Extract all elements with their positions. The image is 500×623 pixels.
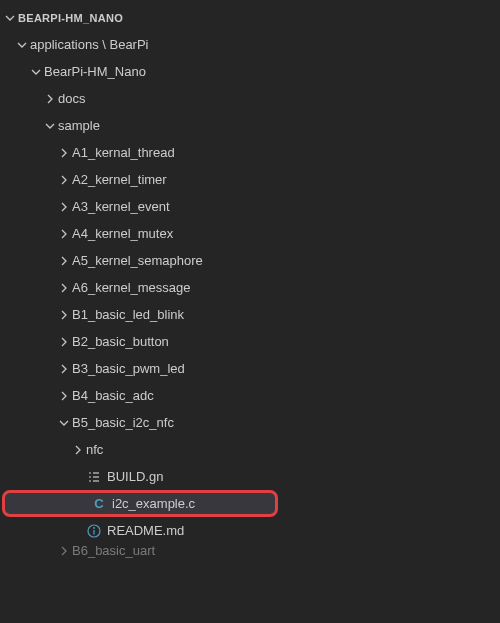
c-file-icon: C	[91, 496, 107, 512]
file-readme-md[interactable]: README.md	[0, 517, 500, 544]
folder-label: nfc	[86, 439, 103, 461]
folder-label: B2_basic_button	[72, 331, 169, 353]
twisty-spacer	[70, 523, 86, 539]
chevron-right-icon	[56, 334, 72, 350]
file-explorer: BEARPI-HM_NANO applications \ BearPi Bea…	[0, 0, 500, 558]
chevron-right-icon	[56, 172, 72, 188]
chevron-right-icon	[56, 226, 72, 242]
folder-b1-basic-led-blink[interactable]: B1_basic_led_blink	[0, 301, 500, 328]
chevron-down-icon	[42, 118, 58, 134]
folder-a4-kernel-mutex[interactable]: A4_kernel_mutex	[0, 220, 500, 247]
folder-a2-kernel-timer[interactable]: A2_kernel_timer	[0, 166, 500, 193]
svg-point-7	[93, 527, 95, 529]
chevron-down-icon	[28, 64, 44, 80]
folder-label: A6_kernel_message	[72, 277, 191, 299]
folder-nfc[interactable]: nfc	[0, 436, 500, 463]
chevron-right-icon	[56, 199, 72, 215]
chevron-right-icon	[56, 544, 72, 558]
folder-docs[interactable]: docs	[0, 85, 500, 112]
info-icon	[86, 523, 102, 539]
folder-label: A5_kernel_semaphore	[72, 250, 203, 272]
folder-bearpi-hm-nano[interactable]: BearPi-HM_Nano	[0, 58, 500, 85]
folder-b6-basic-uart[interactable]: B6_basic_uart	[0, 544, 500, 558]
folder-label: B5_basic_i2c_nfc	[72, 412, 174, 434]
chevron-right-icon	[56, 145, 72, 161]
folder-a1-kernal-thread[interactable]: A1_kernal_thread	[0, 139, 500, 166]
file-label: BUILD.gn	[107, 466, 163, 488]
folder-label: A4_kernel_mutex	[72, 223, 173, 245]
folder-a5-kernel-semaphore[interactable]: A5_kernel_semaphore	[0, 247, 500, 274]
folder-b4-basic-adc[interactable]: B4_basic_adc	[0, 382, 500, 409]
file-i2c-example-c[interactable]: C i2c_example.c	[2, 490, 278, 517]
file-label: README.md	[107, 520, 184, 542]
folder-label: B4_basic_adc	[72, 385, 154, 407]
folder-label: B3_basic_pwm_led	[72, 358, 185, 380]
list-icon	[86, 469, 102, 485]
chevron-right-icon	[56, 307, 72, 323]
chevron-down-icon	[2, 10, 18, 26]
root-label: BEARPI-HM_NANO	[18, 7, 123, 29]
chevron-down-icon	[56, 415, 72, 431]
folder-b3-basic-pwm-led[interactable]: B3_basic_pwm_led	[0, 355, 500, 382]
folder-sample[interactable]: sample	[0, 112, 500, 139]
folder-label: applications \ BearPi	[30, 34, 149, 56]
chevron-right-icon	[42, 91, 58, 107]
folder-a6-kernel-message[interactable]: A6_kernel_message	[0, 274, 500, 301]
c-letter: C	[94, 496, 103, 511]
chevron-right-icon	[70, 442, 86, 458]
chevron-right-icon	[56, 388, 72, 404]
folder-label: B6_basic_uart	[72, 544, 155, 558]
chevron-down-icon	[14, 37, 30, 53]
twisty-spacer	[70, 469, 86, 485]
folder-label: A1_kernal_thread	[72, 142, 175, 164]
folder-label: docs	[58, 88, 85, 110]
chevron-right-icon	[56, 280, 72, 296]
file-label: i2c_example.c	[112, 493, 195, 515]
twisty-spacer	[75, 496, 91, 512]
folder-label: BearPi-HM_Nano	[44, 61, 146, 83]
folder-b5-basic-i2c-nfc[interactable]: B5_basic_i2c_nfc	[0, 409, 500, 436]
folder-applications-bearpi[interactable]: applications \ BearPi	[0, 31, 500, 58]
folder-label: A2_kernel_timer	[72, 169, 167, 191]
file-build-gn[interactable]: BUILD.gn	[0, 463, 500, 490]
folder-b2-basic-button[interactable]: B2_basic_button	[0, 328, 500, 355]
folder-a3-kernel-event[interactable]: A3_kernel_event	[0, 193, 500, 220]
folder-label: A3_kernel_event	[72, 196, 170, 218]
chevron-right-icon	[56, 253, 72, 269]
explorer-root-header[interactable]: BEARPI-HM_NANO	[0, 4, 500, 31]
folder-label: sample	[58, 115, 100, 137]
folder-label: B1_basic_led_blink	[72, 304, 184, 326]
chevron-right-icon	[56, 361, 72, 377]
